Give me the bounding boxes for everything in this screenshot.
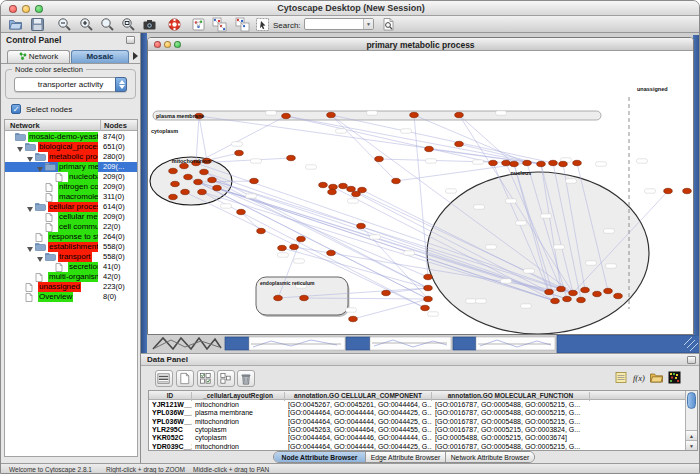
notes-icon[interactable] xyxy=(614,370,630,386)
select-nodes-checkbox[interactable]: ✓ xyxy=(11,104,21,114)
table-row[interactable]: YJR121W__1mitochondrion[GO:0045267, GO:0… xyxy=(149,401,685,409)
tree-row[interactable]: biological_process651(0) xyxy=(5,142,137,152)
table-cell[interactable]: [GO:0045263, GO:0044464, GO:0044455, G..… xyxy=(285,426,432,434)
tree-row[interactable]: response to stimulu264(0) xyxy=(5,232,137,242)
table-cell[interactable]: mitochondrion xyxy=(192,401,285,409)
combo-stepper-icon[interactable] xyxy=(115,77,127,92)
tree-row[interactable]: cell communicat22(0) xyxy=(5,222,137,232)
open-session-icon[interactable] xyxy=(8,17,23,32)
table-cell[interactable]: YLR295C xyxy=(149,426,192,434)
new-attribute-icon[interactable] xyxy=(176,370,194,387)
tree-row[interactable]: mosaic-demo-yeast874(0) xyxy=(5,132,137,142)
window-titlebar[interactable]: Cytoscape Desktop (New Session) xyxy=(1,1,700,16)
tree-row[interactable]: cellular metabol209(0) xyxy=(5,212,137,222)
function-icon[interactable]: f(x) xyxy=(632,370,648,386)
table-row[interactable]: YPL036W__1mitochondrion[GO:0044464, GO:0… xyxy=(149,418,685,426)
table-cell[interactable]: YJR121W__1 xyxy=(149,401,192,409)
tab-network-attribute-browser[interactable]: Network Attribute Browser xyxy=(446,452,534,462)
tab-node-attribute-browser[interactable]: Node Attribute Browser xyxy=(274,452,366,462)
table-cell[interactable]: mitochondrion xyxy=(192,443,285,451)
table-cell[interactable]: YPL036W__2 xyxy=(149,409,192,417)
tree-row[interactable]: secretion41(0) xyxy=(5,262,137,272)
network-canvas[interactable]: plasma membranecytoplasmmitochondrionnuc… xyxy=(148,51,693,334)
attribute-matrix-icon[interactable] xyxy=(217,370,235,387)
network-overlay-b-icon[interactable] xyxy=(235,17,250,32)
table-cell[interactable]: YKR052C xyxy=(149,434,192,442)
zoom-in-icon[interactable] xyxy=(79,17,94,32)
save-session-icon[interactable] xyxy=(30,17,45,32)
zoom-out-icon[interactable] xyxy=(57,17,72,32)
table-cell[interactable]: [GO:0016787, GO:0005488, GO:0005215, G..… xyxy=(432,418,590,426)
table-cell[interactable]: [GO:0016787, GO:0005488, GO:0005215, G..… xyxy=(432,409,590,417)
table-cell[interactable]: [GO:0044464, GO:0044444, GO:0044425, G..… xyxy=(285,418,432,426)
zoom-selected-icon[interactable] xyxy=(100,17,115,32)
search-dropdown-icon[interactable]: ▼ xyxy=(363,19,373,29)
network-view-titlebar[interactable]: primary metabolic process xyxy=(148,38,693,51)
svg-text:plasma membrane: plasma membrane xyxy=(156,113,204,119)
scroll-down-icon[interactable]: ▼ xyxy=(686,440,697,450)
network-view-window[interactable]: primary metabolic process plasma membran… xyxy=(147,37,694,335)
search-input[interactable]: ▼ xyxy=(304,18,374,30)
table-cell[interactable]: [GO:0016787, GO:0005215, GO:0003824, G..… xyxy=(432,426,590,434)
help-icon[interactable] xyxy=(167,17,182,32)
float-panel-icon[interactable] xyxy=(126,36,135,44)
tab-network[interactable]: Network xyxy=(7,50,70,63)
table-cell[interactable]: YPL036W__1 xyxy=(149,418,192,426)
advanced-search-icon[interactable] xyxy=(381,17,396,32)
table-cell[interactable]: YDR039C__1 xyxy=(149,443,192,451)
tree-row-node-count: 209(0) xyxy=(103,172,137,182)
select-mode-icon[interactable] xyxy=(255,17,270,32)
table-cell[interactable]: [GO:0016787, GO:0005488, GO:0005215, G..… xyxy=(432,401,590,409)
tree-row[interactable]: cellular process614(0) xyxy=(5,202,137,212)
tree-row[interactable]: primary metabol209(... xyxy=(5,162,137,172)
node-color-combo[interactable]: transporter activity xyxy=(14,77,127,92)
tree-row[interactable]: unassigned223(0) xyxy=(5,282,137,292)
table-cell[interactable]: [GO:0044464, GO:0044444, GO:0044425, G..… xyxy=(285,443,432,451)
attribute-table-header[interactable]: ID _cellularLayoutRegion annotation.GO C… xyxy=(149,391,685,400)
table-cell[interactable]: [GO:0044464, GO:0044444, GO:0044425, G..… xyxy=(285,409,432,417)
table-cell[interactable]: [GO:0044464, GO:0044446, GO:0044444, G..… xyxy=(285,434,432,442)
tree-row[interactable]: macromolecule311(0) xyxy=(5,192,137,202)
tree-row-label: unassigned xyxy=(38,282,81,292)
heatmap-icon[interactable] xyxy=(667,370,683,386)
table-cell[interactable]: plasma membrane xyxy=(192,409,285,417)
table-cell[interactable]: [GO:0045267, GO:0045261, GO:0044464, G..… xyxy=(285,401,432,409)
network-overlay-a-icon[interactable] xyxy=(212,17,227,32)
table-row[interactable]: YKR052Ccytoplasm[GO:0044464, GO:0044446,… xyxy=(149,434,685,442)
table-row[interactable]: YDR039C__1mitochondrion[GO:0044464, GO:0… xyxy=(149,443,685,451)
annotation-icon[interactable] xyxy=(191,17,206,32)
attribute-select-icon[interactable] xyxy=(197,370,215,387)
tree-row[interactable]: multi-organism pro42(0) xyxy=(5,272,137,282)
tree-row[interactable]: transport558(0) xyxy=(5,252,137,262)
tree-row[interactable]: Overview8(0) xyxy=(5,292,137,302)
table-row[interactable]: YLR295Ccytoplasm[GO:0045263, GO:0044464,… xyxy=(149,426,685,434)
tree-row[interactable]: establishment of lo558(0) xyxy=(5,242,137,252)
attribute-table: ID _cellularLayoutRegion annotation.GO C… xyxy=(148,390,698,451)
tree-row-node-count: 8(0) xyxy=(103,292,137,302)
table-scrollbar[interactable]: ▲ ▼ xyxy=(685,391,697,450)
tree-row[interactable]: metabolic process280(0) xyxy=(5,152,137,162)
tab-mosaic[interactable]: Mosaic xyxy=(71,50,129,63)
table-cell[interactable]: [GO:0016787, GO:0005488, GO:0005215, G..… xyxy=(432,443,590,451)
import-attributes-icon[interactable] xyxy=(649,370,665,386)
tree-row[interactable]: nitrogen compo209(0) xyxy=(5,182,137,192)
float-data-panel-icon[interactable] xyxy=(687,356,696,364)
tree-row[interactable]: nucleobase-209(0) xyxy=(5,172,137,182)
table-cell[interactable]: cytoplasm xyxy=(192,434,285,442)
table-row[interactable]: YPL036W__2plasma membrane[GO:0044464, GO… xyxy=(149,409,685,417)
table-cell[interactable]: cytoplasm xyxy=(192,426,285,434)
network-node xyxy=(327,250,336,255)
trash-icon[interactable] xyxy=(237,370,255,387)
tab-edge-attribute-browser[interactable]: Edge Attribute Browser xyxy=(366,452,446,462)
scrollbar-thumb[interactable] xyxy=(687,392,696,409)
table-cell[interactable]: mitochondrion xyxy=(192,418,285,426)
table-rows-icon[interactable] xyxy=(155,370,173,387)
tree-header[interactable]: Network Nodes xyxy=(5,120,137,131)
snapshot-icon[interactable] xyxy=(142,17,157,32)
zoom-selected-icon xyxy=(100,17,115,32)
tab-overflow-icon[interactable] xyxy=(133,52,138,60)
table-cell[interactable]: [GO:0005488, GO:0005215, GO:0003674] xyxy=(432,434,590,442)
zoom-fit-icon[interactable] xyxy=(121,17,136,32)
scroll-up-icon[interactable]: ▲ xyxy=(686,430,697,440)
minimized-windows-strip[interactable] xyxy=(141,335,700,353)
